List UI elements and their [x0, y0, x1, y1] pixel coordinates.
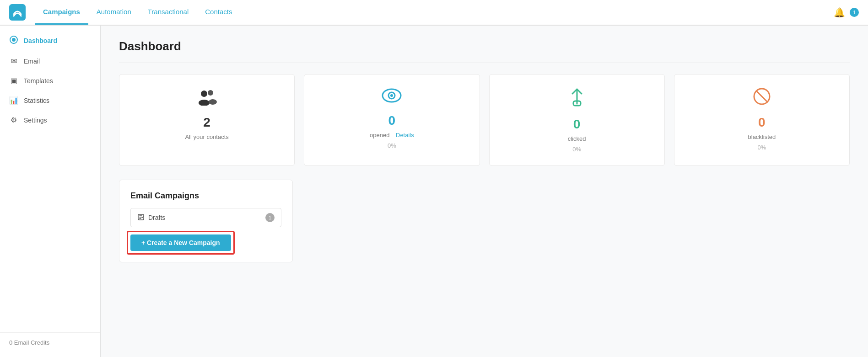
- statistics-icon: 📊: [9, 96, 18, 105]
- blacklisted-label: blacklisted: [748, 133, 776, 140]
- sidebar-item-templates[interactable]: ▣ Templates: [0, 71, 100, 91]
- blacklisted-percent: 0%: [757, 144, 766, 151]
- svg-point-5: [208, 90, 213, 96]
- page-title: Dashboard: [119, 39, 850, 53]
- dashboard-icon: [9, 36, 18, 46]
- stat-card-contacts: 2 All your contacts: [119, 74, 295, 166]
- stat-card-clicked: 0 clicked 0%: [489, 74, 665, 166]
- drafts-label: Drafts: [148, 214, 165, 221]
- opened-number: 0: [388, 113, 396, 128]
- contacts-label: All your contacts: [185, 133, 228, 140]
- svg-point-3: [201, 91, 207, 97]
- svg-line-12: [756, 91, 767, 102]
- opened-percent: 0%: [388, 142, 396, 149]
- drafts-icon: [137, 213, 145, 222]
- top-nav: Campaigns Automation Transactional Conta…: [0, 0, 868, 26]
- svg-point-2: [12, 38, 16, 42]
- email-credits: 0 Email Credits: [0, 332, 100, 352]
- nav-item-automation[interactable]: Automation: [88, 0, 140, 25]
- opened-icon: [382, 87, 402, 108]
- drafts-left: Drafts: [137, 213, 165, 222]
- create-campaign-button[interactable]: + Create a New Campaign: [130, 234, 231, 251]
- email-icon: ✉: [9, 57, 18, 65]
- campaigns-section: Email Campaigns Drafts 1 + Crea: [119, 180, 293, 262]
- nav-item-campaigns[interactable]: Campaigns: [35, 0, 88, 25]
- sidebar-label-dashboard: Dashboard: [24, 37, 57, 44]
- clicked-number: 0: [573, 117, 581, 132]
- sidebar-label-settings: Settings: [24, 117, 47, 124]
- sidebar-item-settings[interactable]: ⚙ Settings: [0, 110, 100, 130]
- nav-right: 🔔 1: [834, 7, 859, 18]
- contacts-number: 2: [203, 115, 210, 130]
- nav-links: Campaigns Automation Transactional Conta…: [35, 0, 834, 25]
- clicked-label: clicked: [568, 135, 586, 142]
- drafts-row: Drafts 1: [130, 208, 281, 227]
- main-content: Dashboard 2 All your contacts: [101, 26, 868, 357]
- logo[interactable]: [9, 4, 26, 21]
- blacklisted-icon: [753, 87, 771, 110]
- svg-point-9: [390, 94, 393, 97]
- stat-card-blacklisted: 0 blacklisted 0%: [674, 74, 850, 166]
- clicked-percent: 0%: [572, 146, 581, 153]
- notification-bell[interactable]: 🔔: [834, 7, 845, 18]
- sidebar-item-statistics[interactable]: 📊 Statistics: [0, 91, 100, 110]
- layout: Dashboard ✉ Email ▣ Templates 📊 Statisti…: [0, 26, 868, 357]
- svg-point-4: [199, 100, 210, 106]
- svg-point-6: [209, 99, 217, 105]
- clicked-icon: [568, 87, 586, 112]
- sidebar: Dashboard ✉ Email ▣ Templates 📊 Statisti…: [0, 26, 101, 357]
- settings-icon: ⚙: [9, 116, 18, 124]
- title-divider: [119, 63, 850, 63]
- sidebar-label-email: Email: [24, 58, 40, 65]
- nav-item-transactional[interactable]: Transactional: [140, 0, 197, 25]
- nav-item-contacts[interactable]: Contacts: [197, 0, 240, 25]
- drafts-badge: 1: [265, 213, 275, 222]
- stats-row: 2 All your contacts 0 opened Details 0%: [119, 74, 850, 166]
- sidebar-item-dashboard[interactable]: Dashboard: [0, 30, 100, 51]
- sidebar-label-templates: Templates: [24, 77, 53, 85]
- blacklisted-number: 0: [758, 115, 766, 130]
- notification-badge: 1: [850, 8, 859, 17]
- svg-rect-0: [9, 4, 26, 21]
- create-campaign-wrapper: + Create a New Campaign: [130, 234, 231, 251]
- campaigns-section-title: Email Campaigns: [130, 191, 281, 201]
- contacts-icon: [197, 87, 217, 110]
- sidebar-item-email[interactable]: ✉ Email: [0, 51, 100, 71]
- sidebar-label-statistics: Statistics: [24, 97, 49, 104]
- templates-icon: ▣: [9, 76, 18, 85]
- stat-card-opened: 0 opened Details 0%: [304, 74, 480, 166]
- opened-details-link[interactable]: Details: [396, 132, 414, 139]
- opened-label: opened Details: [370, 132, 414, 139]
